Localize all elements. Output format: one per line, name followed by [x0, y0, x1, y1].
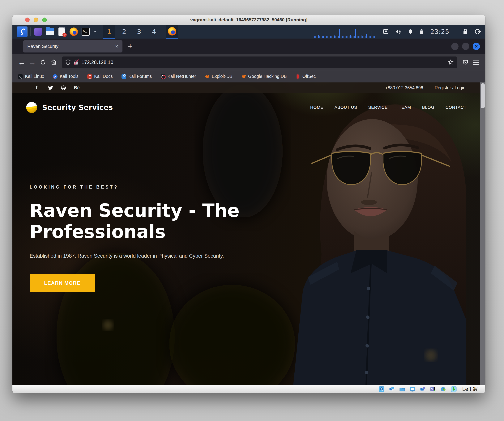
bookmark-kali-forums[interactable]: Kali Forums	[121, 74, 152, 79]
workspace-3[interactable]: 3	[133, 25, 145, 39]
site-topbar: f Bē +880 012 3654 896 Register / Login	[12, 82, 480, 93]
notification-bell-icon[interactable]	[408, 29, 413, 35]
exploit-db-icon	[205, 74, 209, 79]
text-editor-icon[interactable]	[58, 27, 66, 36]
battery-icon[interactable]	[420, 29, 424, 35]
minimize-traffic-light[interactable]	[34, 18, 38, 22]
close-traffic-light[interactable]	[25, 18, 30, 22]
back-button[interactable]: ←	[16, 57, 27, 68]
app-launcher-icon[interactable]	[34, 27, 43, 36]
offsec-icon	[296, 74, 300, 79]
bookmark-kali-docs[interactable]: Kali Docs	[87, 74, 113, 79]
window-minimize-button[interactable]	[451, 43, 459, 50]
bookmark-label: Kali Forums	[128, 74, 152, 79]
vm-titlebar: vagrant-kali_default_1649657277982_50460…	[12, 15, 485, 25]
kali-menu-button[interactable]	[17, 27, 27, 37]
virtualization-chip-icon[interactable]: V	[430, 386, 436, 392]
panel-separator	[163, 28, 163, 36]
file-manager-icon[interactable]	[46, 27, 54, 36]
zoom-traffic-light[interactable]	[42, 18, 47, 22]
learn-more-button[interactable]: LEARN MORE	[30, 274, 95, 292]
nav-service[interactable]: SERVICE	[368, 105, 388, 110]
vm-window-title: vagrant-kali_default_1649657277982_50460…	[190, 17, 308, 23]
nav-contact[interactable]: CONTACT	[445, 105, 467, 110]
clipboard-tray-icon[interactable]	[383, 29, 389, 35]
home-button[interactable]	[48, 57, 59, 68]
lock-screen-icon[interactable]	[463, 29, 468, 35]
hero-subtitle: Established in 1987, Raven Security is a…	[30, 253, 309, 259]
bookmark-kali-tools[interactable]: Kali Tools	[53, 74, 78, 79]
workspace-1[interactable]: 1	[103, 25, 115, 39]
firefox-running-task[interactable]	[166, 25, 178, 39]
hard-disk-icon[interactable]	[379, 386, 384, 392]
tab-close-icon[interactable]: ×	[115, 43, 118, 49]
bookmark-offsec[interactable]: OffSec	[296, 74, 316, 79]
vbox-status-bar: V Left ⌘	[12, 385, 485, 393]
display-icon[interactable]	[410, 386, 415, 392]
cpu-graph	[314, 28, 375, 39]
terminal-launcher-icon[interactable]: $_	[81, 27, 90, 36]
kali-linux-icon	[18, 74, 23, 79]
facebook-icon[interactable]: f	[34, 85, 40, 91]
chevron-down-icon[interactable]	[93, 30, 97, 34]
bookmark-google-hacking-db[interactable]: Google Hacking DB	[241, 74, 287, 79]
bookmarks-bar: Kali Linux Kali Tools Kali Docs Kali For…	[12, 70, 485, 82]
nav-blog[interactable]: BLOG	[422, 105, 434, 110]
nav-team[interactable]: TEAM	[399, 105, 411, 110]
nav-home[interactable]: HOME	[310, 105, 324, 110]
shared-clipboard-icon[interactable]	[389, 386, 395, 392]
shared-folder-icon[interactable]	[399, 386, 405, 392]
hero-title: Raven Security - The Professionals	[30, 200, 297, 243]
window-maximize-button[interactable]	[462, 43, 469, 50]
site-logo-icon[interactable]	[26, 102, 37, 113]
twitter-icon[interactable]	[47, 85, 53, 90]
url-input[interactable]: 172.28.128.10	[82, 59, 445, 65]
kali-nethunter-icon	[161, 74, 165, 79]
bookmark-label: Exploit-DB	[212, 74, 233, 79]
kali-forums-icon	[121, 74, 126, 79]
insecure-lock-icon[interactable]	[73, 59, 78, 65]
bookmark-kali-linux[interactable]: Kali Linux	[18, 74, 44, 79]
video-capture-icon[interactable]	[420, 386, 426, 392]
bookmark-star-icon[interactable]	[448, 59, 454, 65]
tab-raven-security[interactable]: Raven Security ×	[23, 40, 122, 53]
page-viewport: f Bē +880 012 3654 896 Register / Login …	[12, 82, 485, 385]
page-scrollbar[interactable]	[480, 82, 485, 385]
register-login-link[interactable]: Register / Login	[435, 85, 465, 90]
nav-about-us[interactable]: ABOUT US	[335, 105, 357, 110]
kali-panel: $_ 1 2 3 4	[12, 25, 485, 39]
panel-separator	[30, 28, 31, 36]
tab-title: Raven Security	[27, 44, 115, 49]
dribbble-icon[interactable]	[60, 85, 66, 90]
forward-button[interactable]: →	[27, 57, 38, 68]
bookmark-exploit-db[interactable]: Exploit-DB	[205, 74, 233, 79]
host-key-capture-icon[interactable]	[451, 386, 457, 392]
window-close-button[interactable]: ×	[473, 43, 480, 50]
bookmark-label: Kali Linux	[25, 74, 44, 79]
vm-window: vagrant-kali_default_1649657277982_50460…	[12, 15, 485, 393]
pocket-icon[interactable]	[460, 57, 471, 68]
mouse-integration-icon[interactable]	[441, 386, 446, 392]
site-header: Security Services HOME ABOUT US SERVICE …	[12, 93, 480, 122]
url-bar[interactable]: 172.28.128.10	[62, 57, 457, 68]
new-tab-button[interactable]: +	[128, 42, 132, 51]
behance-icon[interactable]: Bē	[74, 85, 80, 90]
firefox-launcher-icon[interactable]	[69, 27, 78, 36]
workspace-2[interactable]: 2	[118, 25, 130, 39]
panel-clock[interactable]: 23:25	[430, 28, 449, 35]
bookmark-label: Kali Docs	[94, 74, 113, 79]
site-brand[interactable]: Security Services	[42, 103, 113, 112]
scrollbar-thumb[interactable]	[481, 83, 485, 108]
kali-docs-icon	[87, 74, 92, 79]
tracking-shield-icon[interactable]	[66, 59, 71, 65]
workspace-4[interactable]: 4	[148, 25, 160, 39]
volume-icon[interactable]	[395, 29, 401, 35]
menu-hamburger-icon[interactable]	[471, 57, 481, 68]
bookmark-label: Kali NetHunter	[168, 74, 196, 79]
logout-icon[interactable]	[474, 29, 481, 35]
reload-button[interactable]	[38, 57, 48, 68]
phone-number: +880 012 3654 896	[385, 85, 423, 90]
bookmark-kali-nethunter[interactable]: Kali NetHunter	[161, 74, 196, 79]
bookmark-label: Kali Tools	[60, 74, 78, 79]
panel-separator	[100, 28, 100, 36]
